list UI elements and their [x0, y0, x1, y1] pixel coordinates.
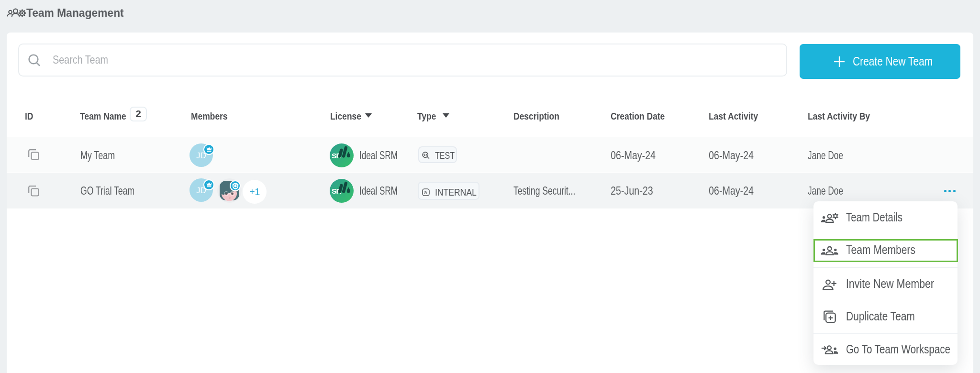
svg-text:a: a	[424, 189, 427, 195]
